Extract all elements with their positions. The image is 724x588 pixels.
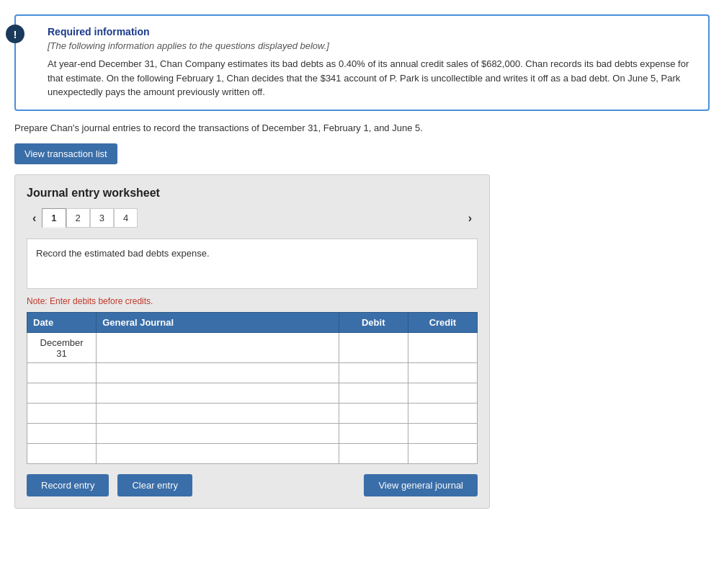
credit-input-2[interactable] [413,368,473,378]
note-text: Note: Enter debits before credits. [27,296,478,306]
credit-cell-1[interactable] [408,332,477,362]
journal-cell-5[interactable] [97,423,339,443]
journal-cell-3[interactable] [97,383,339,403]
debit-input-5[interactable] [344,428,403,439]
credit-cell-3[interactable] [408,383,477,403]
tab-next-arrow[interactable]: › [462,209,478,228]
journal-input-2[interactable] [101,368,334,378]
info-subtitle: [The following information applies to th… [48,40,697,51]
info-body: At year-end December 31, Chan Company es… [48,57,697,99]
credit-cell-5[interactable] [408,423,477,443]
table-row [27,443,478,463]
journal-input-6[interactable] [101,448,334,459]
date-cell-6 [27,443,97,463]
worksheet-title: Journal entry worksheet [27,187,478,200]
instruction-text: Record the estimated bad debts expense. [36,248,210,259]
credit-input-1[interactable] [413,342,473,353]
journal-input-3[interactable] [101,388,334,398]
instruction-box: Record the estimated bad debts expense. [27,239,478,289]
journal-input-5[interactable] [101,428,334,439]
credit-input-6[interactable] [413,448,473,459]
journal-input-1[interactable] [101,342,334,353]
table-row [27,403,478,423]
journal-cell-2[interactable] [97,362,339,383]
journal-cell-6[interactable] [97,443,339,463]
col-header-general-journal: General Journal [97,312,339,332]
credit-cell-2[interactable] [408,362,477,383]
credit-input-5[interactable] [413,428,473,439]
tab-2[interactable]: 2 [66,208,90,228]
credit-input-4[interactable] [413,408,473,419]
debit-input-3[interactable] [344,388,403,398]
debit-cell-3[interactable] [339,383,408,403]
table-row [27,383,478,403]
table-row [27,362,478,383]
tab-1[interactable]: 1 [42,208,66,228]
col-header-date: Date [27,312,97,332]
info-icon: ! [6,24,24,43]
debit-cell-5[interactable] [339,423,408,443]
prepare-text: Prepare Chan's journal entries to record… [14,122,710,133]
credit-cell-4[interactable] [408,403,477,423]
journal-input-4[interactable] [101,408,334,419]
table-row [27,423,478,443]
debit-cell-6[interactable] [339,443,408,463]
info-title: Required information [48,26,697,37]
date-cell-2 [27,362,97,383]
tab-4[interactable]: 4 [114,208,138,228]
credit-cell-6[interactable] [408,443,477,463]
col-header-credit: Credit [408,312,477,332]
date-cell-5 [27,423,97,443]
view-general-journal-button[interactable]: View general journal [364,474,478,496]
tab-navigation: ‹ 1 2 3 4 › [27,208,478,228]
journal-cell-1[interactable] [97,332,339,362]
tab-3[interactable]: 3 [90,208,114,228]
clear-entry-button[interactable]: Clear entry [117,474,192,496]
worksheet-container: Journal entry worksheet ‹ 1 2 3 4 › Reco… [14,174,490,509]
date-cell-1: December31 [27,332,97,362]
date-cell-4 [27,403,97,423]
col-header-debit: Debit [339,312,408,332]
record-entry-button[interactable]: Record entry [27,474,109,496]
tab-prev-arrow[interactable]: ‹ [27,209,42,228]
table-row: December31 [27,332,478,362]
date-cell-3 [27,383,97,403]
debit-cell-2[interactable] [339,362,408,383]
journal-table: Date General Journal Debit Credit Decemb… [27,312,478,464]
view-transaction-button[interactable]: View transaction list [14,143,117,164]
debit-cell-4[interactable] [339,403,408,423]
journal-cell-4[interactable] [97,403,339,423]
debit-input-4[interactable] [344,408,403,419]
debit-cell-1[interactable] [339,332,408,362]
button-row: Record entry Clear entry View general jo… [27,474,478,496]
debit-input-6[interactable] [344,448,403,459]
info-box: ! Required information [The following in… [14,14,710,111]
credit-input-3[interactable] [413,388,473,398]
debit-input-1[interactable] [344,342,403,353]
debit-input-2[interactable] [344,368,403,378]
